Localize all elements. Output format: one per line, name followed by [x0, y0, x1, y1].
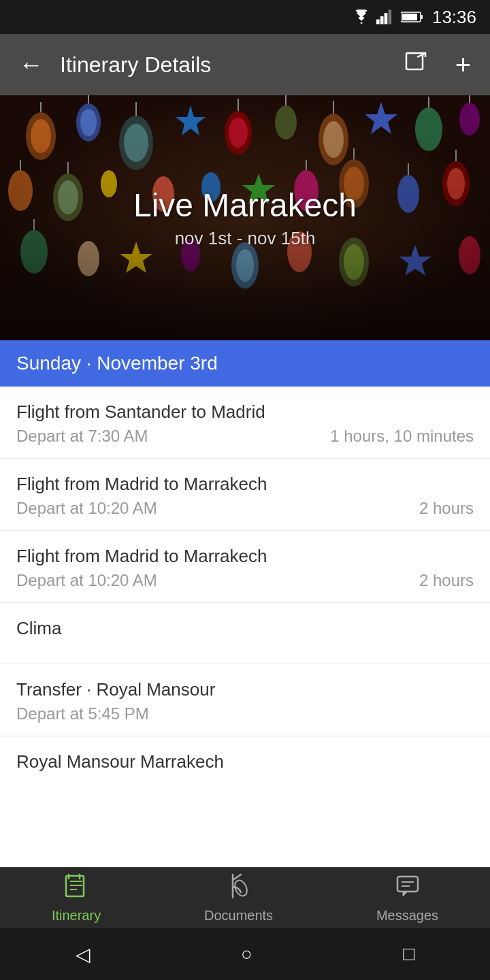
hero-section: Live Marrakech nov 1st - nov 15th: [0, 95, 490, 340]
list-item[interactable]: Flight from Santander to Madrid Depart a…: [0, 387, 490, 459]
top-nav: ← Itinerary Details +: [0, 34, 490, 95]
back-button[interactable]: ←: [14, 45, 49, 84]
svg-rect-0: [376, 20, 380, 24]
hero-dates: nov 1st - nov 15th: [133, 228, 357, 249]
item-duration: 2 hours: [419, 571, 474, 590]
item-detail-row: Depart at 10:20 AM 2 hours: [16, 499, 474, 518]
sys-back-button[interactable]: ◁: [48, 935, 118, 974]
itinerary-list: Flight from Santander to Madrid Depart a…: [0, 387, 490, 785]
status-icons: [352, 10, 424, 24]
day-header: Sunday · November 3rd: [0, 340, 490, 387]
item-duration: 2 hours: [419, 499, 474, 518]
sys-recents-button[interactable]: □: [376, 935, 442, 973]
battery-icon: [401, 11, 424, 23]
status-time: 13:36: [432, 7, 476, 28]
item-title: Flight from Madrid to Marrakech: [16, 474, 474, 495]
item-depart: Depart at 10:20 AM: [16, 571, 157, 590]
item-detail-row: Depart at 5:45 PM: [16, 704, 474, 723]
add-button[interactable]: +: [450, 44, 476, 86]
tab-itinerary-label: Itinerary: [52, 908, 101, 924]
item-depart: Depart at 5:45 PM: [16, 704, 149, 723]
bottom-nav: Itinerary Documents Messages: [0, 867, 490, 928]
nav-actions: +: [398, 44, 476, 86]
svg-rect-6: [402, 14, 417, 20]
svg-rect-2: [385, 13, 388, 24]
item-title: Royal Mansour Marrakech: [16, 751, 474, 772]
svg-rect-70: [397, 877, 418, 892]
tab-documents-label: Documents: [204, 908, 273, 924]
status-bar: 13:36: [0, 0, 490, 34]
page-title: Itinerary Details: [60, 52, 387, 78]
item-detail-row: Depart at 10:20 AM 2 hours: [16, 571, 474, 590]
list-item[interactable]: Flight from Madrid to Marrakech Depart a…: [0, 459, 490, 531]
hero-text: Live Marrakech nov 1st - nov 15th: [133, 186, 357, 249]
tab-messages[interactable]: Messages: [356, 868, 459, 929]
day-label: Sunday · November 3rd: [16, 353, 218, 374]
sys-home-button[interactable]: ○: [214, 935, 280, 973]
list-item[interactable]: Clima: [0, 603, 490, 664]
list-item[interactable]: Transfer · Royal Mansour Depart at 5:45 …: [0, 664, 490, 736]
item-duration: 1 hours, 10 minutes: [330, 427, 474, 446]
tab-itinerary[interactable]: Itinerary: [31, 868, 121, 929]
itinerary-icon: [65, 873, 88, 904]
signal-icon: [376, 10, 395, 24]
svg-point-69: [232, 878, 249, 898]
svg-rect-5: [421, 15, 423, 19]
svg-rect-1: [380, 16, 384, 24]
item-depart: Depart at 7:30 AM: [16, 427, 148, 446]
wifi-icon: [352, 10, 371, 24]
hero-title: Live Marrakech: [133, 186, 357, 224]
list-item[interactable]: Royal Mansour Marrakech: [0, 736, 490, 785]
messages-icon: [396, 873, 419, 904]
list-item[interactable]: Flight from Madrid to Marrakech Depart a…: [0, 531, 490, 603]
item-title: Clima: [16, 618, 474, 639]
item-depart: Depart at 10:20 AM: [16, 499, 157, 518]
documents-icon: [227, 873, 250, 904]
item-title: Flight from Santander to Madrid: [16, 402, 474, 423]
svg-rect-3: [388, 10, 391, 24]
item-title: Flight from Madrid to Marrakech: [16, 546, 474, 567]
item-title: Transfer · Royal Mansour: [16, 679, 474, 700]
item-detail-row: Depart at 7:30 AM 1 hours, 10 minutes: [16, 427, 474, 446]
tab-messages-label: Messages: [376, 908, 438, 924]
system-nav: ◁ ○ □: [0, 928, 490, 980]
tab-documents[interactable]: Documents: [184, 868, 293, 929]
share-button[interactable]: [398, 45, 434, 85]
